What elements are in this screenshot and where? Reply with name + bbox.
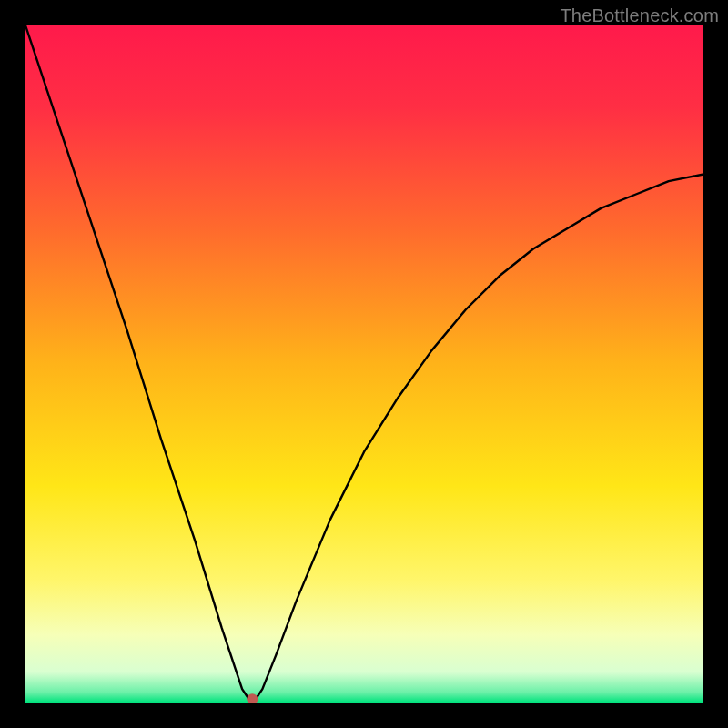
watermark-text: TheBottleneck.com <box>560 5 719 26</box>
plot-area <box>25 25 703 703</box>
chart-svg <box>25 25 703 703</box>
chart-frame: TheBottleneck.com <box>0 0 728 728</box>
gradient-background <box>25 25 703 703</box>
